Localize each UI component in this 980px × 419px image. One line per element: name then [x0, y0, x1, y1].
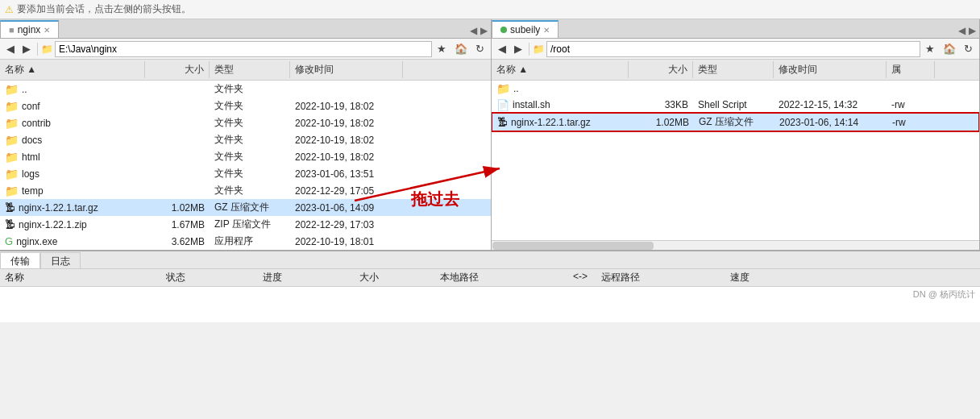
right-list-item[interactable]: 🗜nginx-1.22.1.tar.gz 1.02MB GZ 压缩文件 2023…	[492, 113, 979, 131]
left-tab-close[interactable]: ✕	[44, 26, 50, 35]
file-date-cell: 2022-10-19, 18:01	[290, 235, 403, 248]
left-tab-bar: ■ nginx ✕ ◀ ▶	[0, 19, 491, 39]
folder-icon: 📁	[5, 185, 19, 197]
left-list-item[interactable]: 📁logs 文件夹 2023-01-06, 13:51	[0, 165, 491, 182]
right-col-name[interactable]: 名称 ▲	[492, 61, 629, 78]
left-list-item[interactable]: 📁docs 文件夹 2022-10-19, 18:02	[0, 131, 491, 148]
left-nav-prev[interactable]: ◀	[470, 25, 477, 36]
file-date-cell: 2022-10-19, 18:02	[290, 117, 403, 130]
file-date-cell: 2022-10-19, 18:02	[290, 134, 403, 147]
left-back-btn[interactable]: ◀	[3, 41, 18, 56]
file-size-cell	[145, 156, 210, 158]
right-scrollbar[interactable]	[492, 240, 979, 250]
left-list-item[interactable]: 🗜nginx-1.22.1.zip 1.67MB ZIP 压缩文件 2022-1…	[0, 216, 491, 233]
left-list-item[interactable]: 📁contrib 文件夹 2022-10-19, 18:02	[0, 114, 491, 131]
file-type-cell: 文件夹	[210, 81, 290, 97]
left-path-input[interactable]	[55, 41, 432, 57]
gz-icon: 🗜	[497, 116, 508, 128]
file-type-cell: 文件夹	[210, 132, 290, 147]
bottom-tab-transfer[interactable]: 传输	[0, 252, 40, 268]
right-file-size-cell	[629, 88, 693, 89]
left-tab-nginx[interactable]: ■ nginx ✕	[0, 20, 59, 38]
bottom-col-status: 状态	[161, 270, 258, 285]
left-col-size[interactable]: 大小	[145, 61, 210, 78]
file-name-cell: 📁logs	[0, 167, 145, 181]
right-forward-btn[interactable]: ▶	[511, 41, 525, 56]
folder-icon: 📁	[5, 151, 19, 164]
bottom-content: DN @ 杨丙统计	[0, 287, 980, 322]
bottom-tab-log[interactable]: 日志	[40, 252, 81, 268]
right-nav-prev[interactable]: ◀	[958, 25, 965, 36]
left-list-item[interactable]: 📁html 文件夹 2022-10-19, 18:02	[0, 148, 491, 165]
left-forward-btn[interactable]: ▶	[19, 41, 34, 56]
zip-icon: 🗜	[5, 218, 15, 230]
right-file-size-cell: 33KB	[629, 98, 693, 111]
right-file-name-cell: 🗜nginx-1.22.1.tar.gz	[492, 115, 629, 129]
right-home-btn[interactable]: 🏠	[940, 41, 959, 56]
right-file-attr-cell: -rw	[887, 116, 936, 129]
bottom-panel: 传输 日志 名称 状态 进度 大小 本地路径 <-> 远程路径 速度 DN @ …	[0, 250, 980, 322]
folder-icon: 📁	[5, 134, 19, 147]
folder-icon: 📁	[496, 82, 510, 95]
bottom-col-name: 名称	[0, 270, 161, 285]
right-file-attr-cell: -rw	[887, 98, 935, 111]
right-file-type-cell: Shell Script	[693, 98, 774, 111]
left-refresh-btn[interactable]: ↻	[472, 41, 488, 56]
file-type-cell: 文件夹	[210, 149, 290, 164]
left-toolbar: ◀ ▶ 📁 ★ 🏠 ↻	[0, 39, 491, 60]
right-file-date-cell	[774, 88, 887, 89]
file-date-cell: 2023-01-06, 13:51	[290, 168, 403, 180]
right-file-list[interactable]: 📁.. 📄install.sh 33KB Shell Script 2022-1…	[492, 81, 979, 240]
file-name-cell: 📁contrib	[0, 116, 145, 131]
file-type-cell: 文件夹	[210, 166, 290, 181]
right-col-type[interactable]: 类型	[693, 61, 774, 78]
left-pane: ■ nginx ✕ ◀ ▶ ◀ ▶ 📁 ★ 🏠 ↻ 名称 ▲	[0, 19, 492, 250]
right-col-attr[interactable]: 属	[887, 61, 935, 78]
right-bookmark-btn[interactable]: ★	[922, 41, 938, 56]
left-list-item[interactable]: 📁temp 文件夹 2022-12-29, 17:05	[0, 182, 491, 199]
right-refresh-btn[interactable]: ↻	[961, 41, 976, 56]
bottom-col-arrow: <->	[564, 270, 596, 285]
right-tab-subeily[interactable]: subeily ✕	[492, 20, 559, 38]
bottom-col-size: 大小	[355, 270, 435, 285]
file-size-cell	[145, 173, 210, 175]
file-date-cell: 2022-10-19, 18:02	[290, 100, 403, 113]
left-col-header: 名称 ▲ 大小 类型 修改时间	[0, 60, 491, 81]
file-date-cell: 2022-12-29, 17:03	[290, 218, 403, 231]
left-folder-icon: 📁	[41, 44, 53, 55]
watermark: DN @ 杨丙统计	[913, 288, 975, 301]
right-col-date[interactable]: 修改时间	[774, 61, 887, 78]
file-name-cell: 🗜nginx-1.22.1.zip	[0, 218, 145, 231]
left-bookmark-btn[interactable]: ★	[434, 41, 450, 56]
right-list-item[interactable]: 📁..	[492, 81, 979, 97]
left-col-date[interactable]: 修改时间	[290, 61, 403, 78]
file-size-cell	[145, 139, 210, 141]
left-list-item[interactable]: 📁.. 文件夹	[0, 81, 491, 97]
left-file-list[interactable]: 📁.. 文件夹 📁conf 文件夹 2022-10-19, 18:02 📁con…	[0, 81, 491, 250]
left-list-item[interactable]: 🗜nginx-1.22.1.tar.gz 1.02MB GZ 压缩文件 2023…	[0, 199, 491, 216]
right-col-size[interactable]: 大小	[629, 61, 693, 78]
right-nav-next[interactable]: ▶	[969, 25, 976, 36]
right-back-btn[interactable]: ◀	[495, 41, 509, 56]
file-date-cell: 2023-01-06, 14:09	[290, 201, 403, 214]
right-list-item[interactable]: 📄install.sh 33KB Shell Script 2022-12-15…	[492, 97, 979, 113]
left-col-name[interactable]: 名称 ▲	[0, 61, 145, 78]
left-list-item[interactable]: 📁conf 文件夹 2022-10-19, 18:02	[0, 97, 491, 114]
warning-message: 要添加当前会话，点击左侧的箭头按钮。	[17, 2, 191, 16]
folder-icon: 📁	[5, 100, 19, 113]
right-file-type-cell	[693, 88, 774, 89]
file-type-cell: 应用程序	[210, 234, 290, 249]
right-tab-label: subeily	[510, 24, 540, 35]
right-file-type-cell: GZ 压缩文件	[694, 114, 774, 130]
file-name-cell: 📁temp	[0, 184, 145, 198]
folder-icon: 📁	[5, 117, 19, 130]
right-folder-icon: 📁	[533, 44, 545, 55]
left-col-type[interactable]: 类型	[210, 61, 290, 78]
right-path-input[interactable]	[546, 41, 920, 57]
left-home-btn[interactable]: 🏠	[451, 41, 471, 56]
left-list-item[interactable]: Gnginx.exe 3.62MB 应用程序 2022-10-19, 18:01	[0, 233, 491, 250]
left-nav-next[interactable]: ▶	[480, 25, 488, 36]
bottom-col-speed: 速度	[725, 270, 806, 285]
right-tab-close[interactable]: ✕	[543, 26, 550, 35]
file-size-cell	[145, 106, 210, 107]
